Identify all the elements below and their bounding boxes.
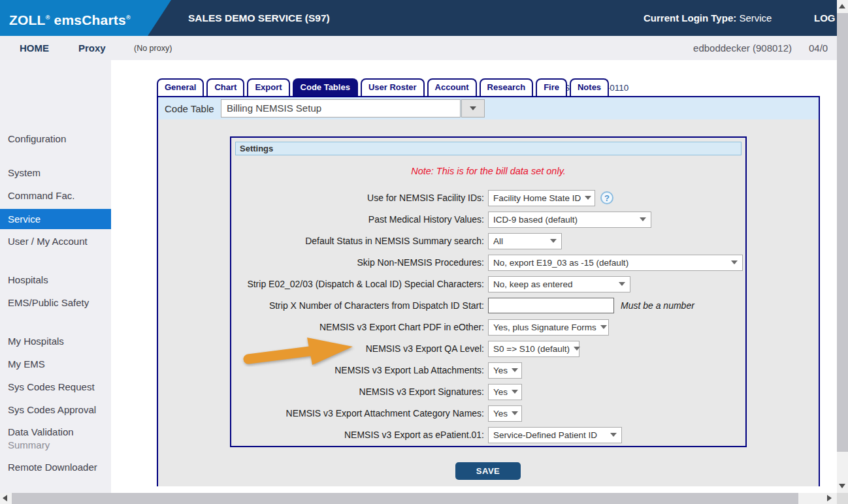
chevron-down-icon bbox=[731, 260, 738, 264]
attachment-category-select[interactable]: Yes bbox=[488, 405, 522, 422]
form-row-strip-special-chars: Strip E02_02/03 (Dispatch & Local ID) Sp… bbox=[231, 276, 745, 292]
code-table-label: Code Table bbox=[165, 103, 221, 114]
sidebar-item-data-validation[interactable]: Data Validation bbox=[8, 426, 74, 437]
tab-fire[interactable]: Fire bbox=[536, 78, 567, 96]
field-label: NEMSIS v3 Export as ePatient.01: bbox=[231, 430, 488, 440]
field-label: NEMSIS v3 Export Lab Attachments: bbox=[231, 365, 488, 375]
settings-panel-title: Settings bbox=[235, 142, 742, 155]
field-label: NEMSIS v3 Export Signatures: bbox=[231, 386, 488, 397]
scroll-right-icon[interactable] bbox=[827, 495, 832, 501]
sidebar-item-hospitals[interactable]: Hospitals bbox=[8, 274, 48, 285]
select-value: Yes bbox=[493, 366, 508, 375]
strip-special-chars-select[interactable]: No, keep as entered bbox=[488, 276, 630, 292]
form-row-past-medical-history: Past Medical History Values: ICD-9 based… bbox=[231, 211, 745, 228]
chevron-down-icon bbox=[512, 411, 518, 415]
tab-code-tables[interactable]: Code Tables bbox=[293, 78, 358, 96]
vertical-scrollbar-thumb[interactable] bbox=[837, 13, 848, 452]
scroll-down-icon[interactable] bbox=[839, 484, 845, 488]
help-icon[interactable]: ? bbox=[600, 191, 613, 204]
select-value: S0 => S10 (default) bbox=[493, 344, 570, 354]
tab-general[interactable]: General bbox=[157, 78, 204, 96]
select-value: Facility Home State ID bbox=[493, 193, 581, 203]
chevron-down-icon bbox=[619, 282, 625, 286]
service-title: SALES DEMO SERVICE (S97) bbox=[188, 0, 330, 36]
app-window: ZOLL® emsCharts® SALES DEMO SERVICE (S97… bbox=[0, 0, 848, 504]
sidebar-item-my-ems[interactable]: My EMS bbox=[8, 358, 45, 370]
chevron-down-icon bbox=[550, 239, 557, 243]
skip-procedures-select[interactable]: No, export E19_03 as -15 (default) bbox=[488, 255, 743, 271]
scroll-left-icon[interactable] bbox=[3, 495, 7, 501]
field-label: Strip E02_02/03 (Dispatch & Local ID) Sp… bbox=[231, 279, 488, 289]
code-tables-container: Code Table Billing NEMSIS Setup Settings… bbox=[157, 96, 820, 486]
brand-emscharts: emsCharts bbox=[54, 12, 126, 27]
sidebar-item-data-validation-summary[interactable]: Summary bbox=[8, 439, 50, 450]
bill-data-note: Note: This is for the bill data set only… bbox=[231, 166, 745, 176]
select-value: All bbox=[493, 236, 503, 246]
settings-form: Use for NEMSIS Facility IDs: Facility Ho… bbox=[231, 189, 745, 443]
facility-ids-select[interactable]: Facility Home State ID bbox=[488, 190, 595, 206]
brand-zoll: ZOLL bbox=[9, 12, 46, 27]
save-button[interactable]: SAVE bbox=[455, 462, 521, 480]
select-value: ICD-9 based (default) bbox=[493, 215, 578, 225]
current-login-type: Current Login Type: Service bbox=[644, 0, 772, 36]
chevron-down-icon bbox=[640, 217, 646, 221]
tab-research[interactable]: Research bbox=[480, 78, 534, 96]
select-value: Yes, plus Signature Forms bbox=[493, 323, 596, 332]
proxy-link[interactable]: Proxy bbox=[78, 36, 106, 60]
tab-export[interactable]: Export bbox=[247, 78, 289, 96]
chevron-down-icon bbox=[512, 390, 518, 394]
must-be-number-hint: Must be a number bbox=[621, 300, 694, 311]
settings-panel: Settings Note: This is for the bill data… bbox=[230, 136, 747, 447]
signatures-select[interactable]: Yes bbox=[488, 384, 522, 400]
strip-x-chars-input[interactable] bbox=[488, 298, 614, 313]
sidebar-item-user-my-account[interactable]: User / My Account bbox=[8, 236, 88, 247]
sidebar-item-sys-codes-approval[interactable]: Sys Codes Approval bbox=[8, 404, 96, 415]
tab-strip: General Chart Export Code Tables User Ro… bbox=[157, 78, 609, 96]
lab-attachments-select[interactable]: Yes bbox=[488, 362, 522, 379]
login-type-label: Current Login Type: bbox=[644, 12, 736, 24]
top-header-bar: ZOLL® emsCharts® SALES DEMO SERVICE (S97… bbox=[0, 0, 848, 36]
sidebar-item-service[interactable]: Service bbox=[8, 209, 41, 229]
tab-user-roster[interactable]: User Roster bbox=[361, 78, 425, 96]
sidebar-item-sys-codes-request[interactable]: Sys Codes Request bbox=[8, 381, 95, 392]
sidebar-item-system[interactable]: System bbox=[8, 167, 41, 178]
secondary-nav-bar: HOME Proxy (No proxy) edboddecker (90801… bbox=[0, 36, 848, 60]
select-value: Yes bbox=[493, 409, 508, 418]
code-table-dropdown-button[interactable] bbox=[461, 99, 485, 118]
form-row-chart-pdf: NEMSIS v3 Export Chart PDF in eOther: Ye… bbox=[231, 319, 745, 336]
chevron-down-icon bbox=[610, 433, 617, 437]
sidebar-item-remote-downloader[interactable]: Remote Downloader bbox=[8, 462, 97, 473]
sidebar-item-configuration[interactable]: Configuration bbox=[8, 133, 66, 144]
tab-notes[interactable]: Notes bbox=[570, 78, 609, 96]
chart-pdf-select[interactable]: Yes, plus Signature Forms bbox=[488, 319, 609, 336]
horizontal-scrollbar-thumb[interactable] bbox=[12, 493, 798, 504]
tab-account[interactable]: Account bbox=[427, 78, 477, 96]
field-label: Skip Non-NEMSIS Procedures: bbox=[231, 257, 488, 268]
field-label: NEMSIS v3 Export Chart PDF in eOther: bbox=[231, 322, 488, 332]
form-row-qa-level: NEMSIS v3 Export QA Level: S0 => S10 (de… bbox=[231, 340, 745, 357]
field-label: NEMSIS v3 Export QA Level: bbox=[231, 343, 488, 354]
form-row-lab-attachments: NEMSIS v3 Export Lab Attachments: Yes bbox=[231, 362, 745, 379]
code-table-select[interactable]: Billing NEMSIS Setup bbox=[221, 99, 461, 118]
registered-mark-icon: ® bbox=[126, 14, 131, 21]
home-link[interactable]: HOME bbox=[20, 36, 49, 60]
epatient01-select[interactable]: Service-Defined Patient ID bbox=[488, 427, 622, 443]
field-label: Default Status in NEMSIS Summary search: bbox=[231, 236, 488, 246]
login-type-value: Service bbox=[739, 12, 772, 24]
logout-link[interactable]: LOG bbox=[814, 0, 836, 36]
sidebar-item-my-hospitals[interactable]: My Hospitals bbox=[8, 336, 64, 347]
tab-chart[interactable]: Chart bbox=[206, 78, 244, 96]
sidebar-item-service-active[interactable]: Service bbox=[0, 209, 111, 229]
scroll-up-icon[interactable] bbox=[839, 4, 845, 8]
field-label: Past Medical History Values: bbox=[231, 214, 488, 225]
past-medical-history-select[interactable]: ICD-9 based (default) bbox=[488, 212, 651, 228]
sidebar-item-command-fac[interactable]: Command Fac. bbox=[8, 190, 75, 201]
vertical-scrollbar[interactable] bbox=[837, 0, 848, 493]
horizontal-scrollbar[interactable] bbox=[0, 493, 837, 504]
default-status-select[interactable]: All bbox=[488, 233, 562, 249]
chevron-down-icon bbox=[600, 325, 607, 329]
form-row-facility-ids: Use for NEMSIS Facility IDs: Facility Ho… bbox=[231, 189, 745, 206]
qa-level-select[interactable]: S0 => S10 (default) bbox=[488, 341, 579, 357]
select-value: Yes bbox=[493, 387, 508, 397]
sidebar-item-ems-public-safety[interactable]: EMS/Public Safety bbox=[8, 297, 89, 308]
